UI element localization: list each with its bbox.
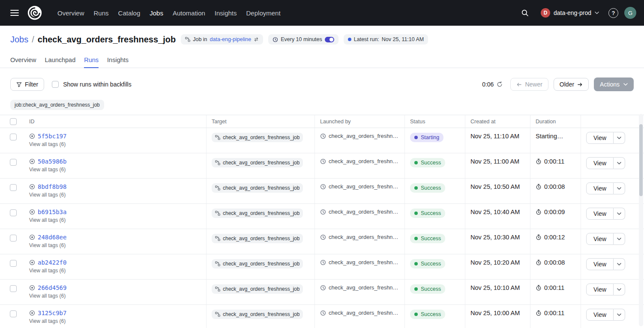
view-all-tags-link[interactable]: View all tags (6) (29, 242, 201, 248)
scrollbar-thumb[interactable] (639, 124, 643, 196)
run-id-link[interactable]: 3125c9b7 (38, 310, 66, 316)
help-icon[interactable]: ? (608, 8, 618, 18)
run-id-link[interactable]: 8bdf8b98 (38, 183, 66, 190)
search-icon[interactable] (518, 6, 531, 19)
view-all-tags-link[interactable]: View all tags (6) (29, 141, 201, 147)
row-checkbox[interactable] (10, 285, 17, 292)
view-button[interactable]: View (586, 309, 614, 321)
duration-cell: 0:00:11 (530, 280, 581, 304)
run-id-link[interactable]: 266d4569 (38, 284, 66, 291)
select-all-checkbox[interactable] (10, 118, 17, 125)
filter-button[interactable]: Filter (10, 78, 44, 91)
row-checkbox[interactable] (10, 310, 17, 317)
refresh-icon (497, 81, 503, 87)
run-id-link[interactable]: b6915b3a (38, 209, 66, 215)
view-dropdown-button[interactable] (614, 233, 625, 245)
row-checkbox[interactable] (10, 235, 17, 242)
breadcrumb-jobs-link[interactable]: Jobs (10, 35, 28, 45)
view-button[interactable]: View (586, 258, 614, 270)
nav-item-automation[interactable]: Automation (172, 8, 206, 18)
view-dropdown-button[interactable] (614, 283, 625, 295)
row-checkbox[interactable] (10, 134, 17, 140)
view-all-tags-link[interactable]: View all tags (6) (29, 217, 201, 223)
row-select-cell (0, 153, 24, 178)
target-chip[interactable]: check_avg_orders_freshness_job (212, 183, 303, 193)
launched-by-tag[interactable]: check_avg_orders_freshn… (320, 209, 399, 215)
launched-by-tag[interactable]: check_avg_orders_freshn… (320, 234, 399, 240)
tab-runs[interactable]: Runs (84, 52, 99, 68)
target-chip[interactable]: check_avg_orders_freshness_job (212, 259, 303, 268)
view-all-tags-link[interactable]: View all tags (6) (29, 167, 201, 173)
launched-by-tag[interactable]: check_avg_orders_freshn… (320, 158, 399, 164)
refresh-countdown[interactable]: 0:06 (479, 81, 505, 88)
view-button[interactable]: View (586, 208, 614, 220)
row-checkbox[interactable] (10, 209, 17, 216)
nav-item-runs[interactable]: Runs (93, 8, 110, 18)
target-chip[interactable]: check_avg_orders_freshness_job (212, 158, 303, 167)
view-button[interactable]: View (586, 233, 614, 245)
nav-right: D data-eng-prod ? G (518, 6, 636, 20)
view-all-tags-link[interactable]: View all tags (6) (29, 293, 201, 299)
org-switcher[interactable]: D data-eng-prod (537, 6, 602, 20)
row-select-cell (0, 204, 24, 229)
target-chip[interactable]: check_avg_orders_freshness_job (212, 209, 303, 218)
target-chip[interactable]: check_avg_orders_freshness_job (212, 284, 303, 294)
show-backfills-checkbox[interactable] (52, 81, 59, 88)
tab-insights[interactable]: Insights (107, 52, 129, 68)
run-id-link[interactable]: ab2422f0 (38, 259, 66, 266)
nav-item-catalog[interactable]: Catalog (117, 8, 141, 18)
view-button[interactable]: View (586, 132, 614, 144)
pipeline-link[interactable]: data-eng-pipeline (210, 36, 252, 42)
row-checkbox[interactable] (10, 159, 17, 166)
view-button[interactable]: View (586, 283, 614, 295)
tab-overview[interactable]: Overview (10, 52, 36, 68)
view-dropdown-button[interactable] (614, 157, 625, 169)
dagster-logo[interactable] (27, 5, 43, 21)
user-avatar[interactable]: G (624, 7, 636, 19)
hamburger-menu-icon[interactable] (8, 7, 21, 19)
row-checkbox[interactable] (10, 184, 17, 191)
run-id-link[interactable]: 50a5986b (38, 158, 66, 165)
view-all-tags-link[interactable]: View all tags (6) (29, 192, 201, 198)
chevron-down-icon (617, 162, 621, 164)
view-button[interactable]: View (586, 182, 614, 194)
view-button[interactable]: View (586, 157, 614, 169)
launched-by-tag[interactable]: check_avg_orders_freshn… (320, 133, 399, 139)
tab-launchpad[interactable]: Launchpad (45, 52, 75, 68)
latest-run-time[interactable]: Nov 25, 11:10 AM (382, 36, 424, 42)
launched-by-tag[interactable]: check_avg_orders_freshn… (320, 259, 399, 265)
view-dropdown-button[interactable] (614, 258, 625, 270)
actions-button[interactable]: Actions (594, 78, 634, 91)
nav-item-overview[interactable]: Overview (57, 8, 85, 18)
run-id-link[interactable]: 5f5bc197 (38, 133, 66, 140)
view-dropdown-button[interactable] (614, 208, 625, 220)
job-location-badge[interactable]: Job in data-eng-pipeline (181, 34, 263, 45)
job-filter-tag[interactable]: job:check_avg_orders_freshness_job (10, 100, 104, 110)
view-dropdown-button[interactable] (614, 309, 625, 321)
target-chip[interactable]: check_avg_orders_freshness_job (212, 133, 303, 142)
nav-item-jobs[interactable]: Jobs (149, 8, 164, 18)
launched-by-tag[interactable]: check_avg_orders_freshn… (320, 310, 399, 316)
view-dropdown-button[interactable] (614, 132, 625, 144)
job-graph-icon (215, 312, 220, 317)
nav-item-insights[interactable]: Insights (214, 8, 238, 18)
swap-icon[interactable] (254, 37, 259, 42)
launched-by-tag[interactable]: check_avg_orders_freshn… (320, 183, 399, 190)
row-checkbox[interactable] (10, 260, 17, 267)
target-chip[interactable]: check_avg_orders_freshness_job (212, 234, 303, 243)
view-dropdown-button[interactable] (614, 182, 625, 194)
vertical-scrollbar[interactable] (639, 114, 643, 326)
schedule-toggle[interactable] (325, 37, 334, 42)
run-id-link[interactable]: 248d68ee (38, 234, 66, 241)
status-badge: Success (410, 183, 445, 193)
newer-button[interactable]: Newer (510, 78, 548, 91)
older-button[interactable]: Older (554, 78, 589, 91)
view-all-tags-link[interactable]: View all tags (6) (29, 268, 201, 274)
nav-item-deployment[interactable]: Deployment (246, 8, 282, 18)
launched-by-tag[interactable]: check_avg_orders_freshn… (320, 284, 399, 291)
duration-cell: 0:00:11 (530, 305, 581, 328)
schedule-badge[interactable]: Every 10 minutes (268, 34, 338, 45)
target-chip[interactable]: check_avg_orders_freshness_job (212, 310, 303, 319)
view-all-tags-link[interactable]: View all tags (6) (29, 318, 201, 324)
latest-run-badge[interactable]: Latest run: Nov 25, 11:10 AM (344, 34, 428, 45)
